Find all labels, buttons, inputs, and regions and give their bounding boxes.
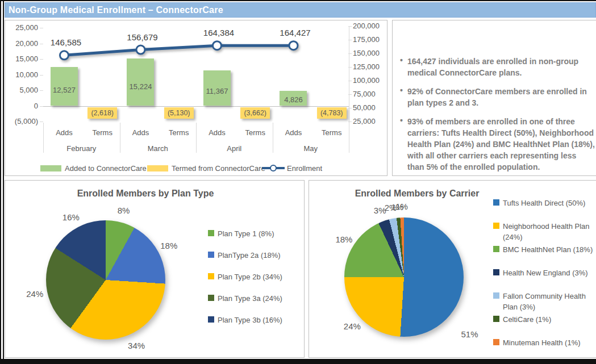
right-axis-tick-label: 125,000 — [353, 62, 386, 71]
pie-slice-label: 51% — [461, 329, 478, 339]
legend-label: Plan Type 2b (34%) — [218, 271, 282, 282]
category-separator — [349, 123, 349, 153]
month-label: April — [196, 144, 273, 153]
subcategory-label-adds: Adds — [47, 128, 81, 137]
pie-slice-label: 24% — [344, 321, 361, 330]
insights-panel: •164,427 individuals are enrolled in non… — [392, 20, 596, 176]
zero-gridline — [43, 106, 349, 107]
pie-slice-label: 24% — [26, 288, 43, 298]
legend-swatch — [493, 316, 499, 322]
right-axis-tick-label: 100,000 — [353, 76, 386, 85]
insight-bullet: •164,427 individuals are enrolled in non… — [407, 56, 595, 78]
left-axis-tick-label: 20,000 — [5, 39, 38, 48]
pie-slice-label: 8% — [118, 205, 130, 215]
pie-slice-label: 34% — [128, 340, 145, 350]
legend-termed: Termed from ConnectorCare — [147, 164, 265, 173]
left-axis-tick-label: 10,000 — [5, 70, 38, 79]
pie-chart-title: Enrolled Members by Carrier — [355, 189, 480, 199]
insight-bullet: •92% of ConnectorCare members are enroll… — [407, 86, 595, 108]
left-axis-tick-label: 0 — [5, 102, 38, 110]
dashboard-title: Non-Group Medical Enrollment – Connector… — [5, 5, 223, 15]
left-axis-tick-label: (5,000) — [5, 117, 38, 125]
added-bar-value: 12,527 — [53, 86, 76, 94]
legend-label: Tufts Health Direct (50%) — [503, 198, 585, 208]
legend-swatch — [493, 199, 499, 206]
insight-bullet: •93% of members are enrolled in one of t… — [407, 116, 595, 173]
month-label: March — [120, 144, 197, 153]
legend-swatch — [147, 165, 168, 171]
legend-label: PlanType 2a (18%) — [218, 250, 281, 261]
legend-swatch — [493, 339, 499, 345]
pie-legend-item: Plan Type 3b (16%) — [208, 315, 302, 325]
enrollment-marker — [136, 45, 145, 54]
legend-label: Enrollment — [287, 164, 322, 173]
legend-swatch — [208, 273, 214, 279]
subcategory-label-terms: Terms — [315, 128, 349, 137]
right-axis-tick-label: 175,000 — [353, 35, 386, 44]
pie-legend-item: Plan Type 1 (8%) — [208, 228, 302, 239]
legend-swatch — [493, 269, 499, 275]
added-bar-value: 11,367 — [206, 87, 228, 95]
pie-legend-item: Fallon Community Health Plan (3%) — [493, 291, 594, 312]
enrollment-marker — [60, 51, 68, 60]
left-axis-tick-label: 25,000 — [5, 23, 38, 32]
legend-label: Plan Type 3a (24%) — [218, 293, 282, 304]
insight-bullet-text: 93% of members are enrolled in one of th… — [407, 117, 595, 171]
legend-label: BMC HealthNet Plan (18%) — [503, 244, 593, 255]
bullet-marker: • — [400, 86, 403, 95]
insights-bullet-list: •164,427 individuals are enrolled in non… — [407, 56, 595, 180]
added-bar-value: 4,826 — [284, 95, 303, 104]
pie-disc — [46, 220, 165, 340]
window-edge-top — [0, 0, 596, 1]
subcategory-label-adds: Adds — [276, 128, 310, 137]
left-axis-tick-label: 5,000 — [5, 86, 38, 94]
pie-legend-item: PlanType 2a (18%) — [208, 250, 302, 261]
legend-label: Health New England (3%) — [503, 267, 588, 278]
legend-label: Plan Type 1 (8%) — [218, 228, 274, 239]
carrier-chart-panel: Enrolled Members by Carrier51%24%18%3%2%… — [309, 180, 596, 358]
pie-legend-item: Minuteman Health (1%) — [493, 337, 594, 348]
pie-legend-item: Health New England (3%) — [493, 267, 594, 278]
termed-bar: (4,783) — [317, 107, 347, 119]
subcategory-label-terms: Terms — [162, 128, 196, 137]
legend-swatch — [208, 316, 214, 323]
bullet-marker: • — [400, 116, 403, 125]
plan-type-chart-panel: Enrolled Members by Plan Type8%18%34%24%… — [5, 180, 305, 358]
legend-label: Fallon Community Health Plan (3%) — [503, 291, 594, 312]
bullet-marker: • — [400, 56, 403, 65]
pie-slice-label: 18% — [160, 240, 177, 250]
right-axis-tick-label: 150,000 — [353, 49, 386, 57]
legend-swatch — [493, 246, 499, 252]
left-axis-tick-mark — [40, 122, 43, 122]
enrollment-point-label: 164,384 — [203, 28, 234, 37]
pie-chart-title: Enrolled Members by Plan Type — [77, 189, 214, 199]
legend-line-glyph — [262, 164, 285, 172]
legend-label: Termed from ConnectorCare — [172, 164, 265, 173]
legend-label: Neighborhood Health Plan (24%) — [503, 221, 594, 242]
subcategory-label-terms: Terms — [238, 128, 272, 137]
pie-legend-item: Plan Type 2b (34%) — [208, 271, 302, 282]
enrollment-point-label: 146,585 — [51, 37, 81, 47]
subcategory-label-adds: Adds — [200, 128, 234, 137]
pie-legend-item: Plan Type 3a (24%) — [208, 293, 302, 304]
pie-slice-label: 18% — [335, 235, 352, 244]
right-axis-tick-label: 200,000 — [353, 22, 386, 30]
left-axis-tick-mark — [40, 90, 43, 91]
legend-swatch — [493, 223, 499, 229]
pie-disc — [344, 217, 464, 337]
legend-line-marker — [270, 165, 277, 171]
legend-label: CeltiCare (1%) — [503, 314, 551, 325]
legend-added: Added to ConnectorCare — [40, 164, 147, 173]
termed-bar: (3,662) — [240, 107, 270, 119]
legend-swatch — [493, 292, 499, 299]
pie-legend-item: BMC HealthNet Plan (18%) — [493, 244, 594, 255]
legend-label: Plan Type 3b (16%) — [218, 315, 282, 325]
subcategory-label-terms: Terms — [85, 128, 119, 137]
termed-bar: (2,618) — [87, 107, 117, 119]
pie-legend-item: Tufts Health Direct (50%) — [493, 198, 594, 208]
enrollment-marker — [212, 41, 221, 50]
window-edge-left-inner — [3, 0, 4, 364]
left-axis-tick-mark — [40, 44, 43, 44]
enrollment-marker — [289, 41, 298, 50]
month-label: February — [43, 144, 120, 153]
